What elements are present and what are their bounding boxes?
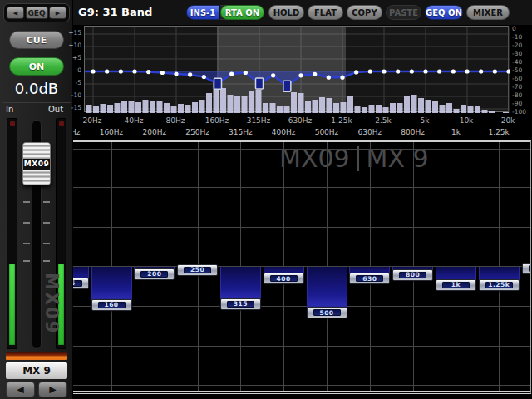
- band-fader-cap-250[interactable]: 250: [177, 264, 218, 276]
- band-dot-4k[interactable]: [410, 69, 414, 73]
- band-fader-cap-160[interactable]: 160: [91, 299, 132, 311]
- band-dot-2.5k[interactable]: [382, 69, 386, 73]
- band-dot-40[interactable]: [132, 69, 136, 73]
- detail-freq-tick: 250Hz: [185, 128, 209, 136]
- rta-bar: [93, 106, 99, 113]
- geq-on-button[interactable]: GEQ ON: [425, 5, 463, 20]
- rta-bar: [185, 105, 191, 113]
- rta-on-button[interactable]: RTA ON: [220, 5, 264, 20]
- rta-bar: [426, 100, 431, 113]
- band-fader-section: MX09 MX 9 1251602002503154005006308001k1…: [73, 140, 531, 394]
- rta-db-scale: 0-10-20-30-40-50-60-70-80-90-100: [512, 26, 532, 114]
- band-fader-cap-1k[interactable]: 1k: [436, 279, 476, 291]
- overview-freq-tick: 1.25k: [331, 116, 352, 125]
- band-dot-12.5k[interactable]: [479, 69, 483, 73]
- rta-bar: [220, 88, 226, 113]
- band-dot-16k[interactable]: [493, 69, 497, 73]
- band-dot-6.3k[interactable]: [437, 69, 441, 73]
- hold-button[interactable]: HOLD: [268, 5, 304, 20]
- grid-line-h: [73, 187, 530, 188]
- band-dot-2k[interactable]: [368, 69, 372, 73]
- copy-button[interactable]: COPY: [347, 5, 382, 20]
- band-handle-500[interactable]: [283, 81, 291, 91]
- frequency-scales: 20Hz40Hz80Hz160Hz315Hz630Hz1.25k2.5k5k10…: [73, 113, 532, 140]
- band-fader-cap-1.6k[interactable]: 1.6k: [522, 263, 532, 274]
- band-dot-400[interactable]: [271, 73, 275, 77]
- band-dot-5k[interactable]: [423, 69, 427, 73]
- next-channel-button[interactable]: ▶: [38, 382, 67, 397]
- band-fader-label: 1k: [442, 282, 470, 288]
- rta-bar: [115, 103, 121, 113]
- band-dot-1.6k[interactable]: [354, 70, 358, 74]
- rta-scale--70: -70: [512, 84, 522, 91]
- band-fader-cap-400[interactable]: 400: [264, 273, 304, 284]
- band-fader-cap-630[interactable]: 630: [349, 273, 390, 284]
- mixer-button[interactable]: MIXER: [466, 5, 510, 20]
- band-handle-160[interactable]: [214, 78, 222, 89]
- rta-bar: [319, 97, 325, 113]
- band-dot-63[interactable]: [160, 71, 165, 75]
- prev-geq-button[interactable]: ◀: [7, 7, 24, 19]
- band-dot-80[interactable]: [174, 71, 178, 76]
- rta-bar: [86, 105, 92, 113]
- band-dot-100[interactable]: [188, 72, 192, 76]
- fader-cap-ridges: [23, 170, 50, 185]
- band-fader-cap-125[interactable]: 125: [73, 278, 89, 289]
- band-dot-10k[interactable]: [465, 69, 469, 73]
- band-dot-50[interactable]: [146, 70, 150, 74]
- rta-bar: [192, 102, 198, 113]
- band-dot-800[interactable]: [313, 72, 317, 76]
- band-dot-31.5[interactable]: [119, 69, 123, 73]
- band-dot-1.25k[interactable]: [340, 76, 344, 80]
- band-dot-1k[interactable]: [327, 76, 331, 80]
- geq-label-button[interactable]: GEQ: [26, 7, 48, 19]
- overview-freq-tick: 40Hz: [125, 116, 144, 125]
- rta-bar: [468, 106, 474, 113]
- detail-freq-tick: 200Hz: [142, 128, 166, 136]
- band-fader-label: 1.25k: [485, 282, 513, 288]
- rta-bar: [200, 100, 205, 113]
- rta-bar: [291, 92, 297, 113]
- detail-freq-tick: 1.25k: [489, 128, 510, 136]
- flat-button[interactable]: FLAT: [308, 5, 343, 20]
- rta-scale--60: -60: [512, 76, 522, 82]
- prev-channel-button[interactable]: ◀: [6, 382, 35, 397]
- meter-in-label: In: [6, 105, 13, 114]
- band-dot-3.15k[interactable]: [396, 69, 400, 73]
- overview-freq-tick: 20Hz: [83, 116, 102, 125]
- band-dot-8k[interactable]: [451, 69, 456, 73]
- band-fader-cap-1.25k[interactable]: 1.25k: [479, 279, 520, 291]
- band-fader-cap-200[interactable]: 200: [134, 268, 175, 280]
- geq-scale--5: -5: [76, 80, 81, 86]
- band-dot-630[interactable]: [298, 73, 303, 77]
- band-handle-315[interactable]: [256, 78, 264, 89]
- band-dot-20[interactable]: [91, 69, 95, 73]
- channel-watermark: MX09: [42, 273, 62, 356]
- detail-freq-tick: 1k: [451, 128, 461, 136]
- band-fader-label: 315: [227, 301, 254, 308]
- band-fader-cap-315[interactable]: 315: [220, 298, 261, 310]
- rta-bar: [397, 103, 403, 113]
- grid-line-h: [73, 149, 530, 150]
- cue-button[interactable]: CUE: [9, 31, 64, 49]
- band-dot-250[interactable]: [244, 71, 248, 75]
- paste-button[interactable]: PASTE: [386, 5, 421, 20]
- detail-freq-tick: 630Hz: [357, 128, 382, 136]
- band-dot-200[interactable]: [229, 71, 234, 76]
- rta-bar: [242, 96, 248, 113]
- channel-name-badge[interactable]: MX 9: [6, 362, 67, 379]
- band-fader-label: 500: [313, 309, 341, 316]
- band-dot-20k[interactable]: [506, 69, 510, 73]
- channel-fader-cap[interactable]: MX09: [22, 142, 51, 185]
- band-dot-25[interactable]: [105, 69, 109, 73]
- band-fader-cap-500[interactable]: 500: [307, 307, 347, 318]
- rta-bar: [249, 91, 254, 113]
- band-fader-cap-800[interactable]: 800: [392, 269, 433, 281]
- next-geq-button[interactable]: ▶: [49, 7, 66, 19]
- ins-1-tab[interactable]: INS-1: [186, 5, 219, 20]
- rta-bar: [383, 107, 389, 113]
- fader-tick: [23, 260, 30, 262]
- band-dot-125[interactable]: [202, 75, 206, 79]
- rta-bar: [404, 96, 410, 113]
- on-button[interactable]: ON: [9, 57, 64, 76]
